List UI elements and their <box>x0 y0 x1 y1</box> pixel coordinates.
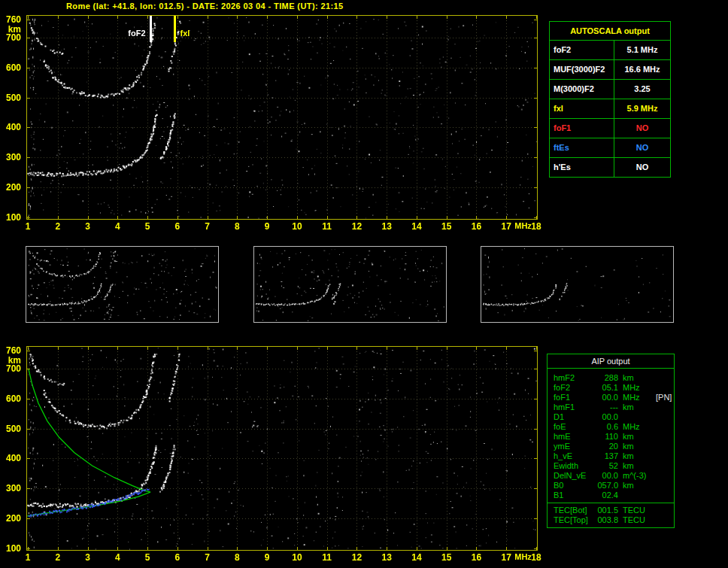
aip-row-yme: ymE20km <box>554 442 674 451</box>
aip-row-unit: km <box>623 451 654 461</box>
autoscala-row-ftes: ftEsNO <box>550 138 670 158</box>
aip-output-title: AIP output <box>548 354 674 369</box>
aip-row-unit: km <box>623 373 654 383</box>
aip-row-value: 057.0 <box>594 481 618 491</box>
thumbnail-evidence-f2-image <box>481 246 674 323</box>
aip-row-unit: MHz <box>623 383 654 393</box>
aip-row-label: D1 <box>554 412 594 422</box>
aip-row-ewidth: Ewidth52km <box>554 461 674 471</box>
aip-row-fof2: foF205.1MHz <box>554 383 674 393</box>
autoscala-app-screen: Rome (lat: +41.8, lon: 012.5) - DATE: 20… <box>0 0 728 568</box>
aip-row-value: 20 <box>594 442 618 451</box>
aip-rows: hmF2288kmfoF205.1MHzfoF100.0MHz[PN]hmF1-… <box>548 369 674 503</box>
aip-row-unit: km <box>623 481 654 491</box>
aip-row-value: --- <box>594 402 618 412</box>
parameter-value: 5.9 MHz <box>614 99 670 118</box>
parameter-label: foF2 <box>550 41 614 59</box>
parameter-value: 3.25 <box>614 80 670 99</box>
aip-row-label: hmF2 <box>554 373 594 383</box>
autoscala-row-fof2: foF25.1 MHz <box>550 41 670 60</box>
aip-row-hmf1: hmF1---km <box>554 402 674 412</box>
aip-row-value: 288 <box>594 373 618 383</box>
autoscala-output-title: AUTOSCALA output <box>550 22 670 41</box>
autoscala-row-m3000f2: M(3000)F23.25 <box>550 80 670 99</box>
parameter-value: NO <box>614 158 670 177</box>
aip-row-unit: km <box>623 432 654 442</box>
aip-row-value: 00.0 <box>594 412 618 422</box>
aip-row-label: foE <box>554 422 594 432</box>
aip-row-fof1: foF100.0MHz[PN] <box>554 393 674 402</box>
parameter-value: NO <box>614 119 670 138</box>
autoscala-row-hes: h'EsNO <box>550 158 670 177</box>
aip-row-label: hmF1 <box>554 402 594 412</box>
aip-row-unit: MHz <box>623 422 654 432</box>
aip-row-label: Ewidth <box>554 461 594 471</box>
parameter-value: NO <box>614 138 670 157</box>
aip-row-label: TEC[Bot] <box>554 506 594 515</box>
aip-tec-rows: TEC[Bot]001.5TECUTEC[Top]003.8TECU <box>548 503 674 527</box>
aip-row-d1: D100.0 <box>554 412 674 422</box>
aip-row-value: 003.8 <box>594 515 618 525</box>
profile-ionogram-chart <box>0 340 545 568</box>
parameter-label: h'Es <box>550 158 614 177</box>
station-date-title: Rome (lat: +41.8, lon: 012.5) - DATE: 20… <box>66 2 344 11</box>
aip-row-label: ymE <box>554 442 594 451</box>
aip-output-panel: AIP output hmF2288kmfoF205.1MHzfoF100.0M… <box>547 354 675 528</box>
parameter-label: foF1 <box>550 119 614 138</box>
parameter-value: 5.1 MHz <box>614 41 670 59</box>
aip-row-unit: km <box>623 402 654 412</box>
aip-row-unit <box>623 491 654 500</box>
thumbnail-eliminate-reflections-image <box>253 246 447 323</box>
aip-row-delnve: DelN_vE00.0m^(-3) <box>554 471 674 481</box>
aip-row-unit: m^(-3) <box>623 471 654 481</box>
aip-row-label: foF1 <box>554 393 594 402</box>
aip-row-unit: TECU <box>623 515 654 525</box>
aip-row-b0: B0057.0km <box>554 481 674 491</box>
autoscala-rows: foF25.1 MHzMUF(3000)F216.6 MHzM(3000)F23… <box>550 41 670 177</box>
aip-row-value: 05.1 <box>594 383 618 393</box>
parameter-label: M(3000)F2 <box>550 80 614 99</box>
aip-row-tecbot: TEC[Bot]001.5TECU <box>554 506 674 515</box>
aip-row-value: 00.0 <box>594 471 618 481</box>
aip-row-value: 110 <box>594 432 618 442</box>
aip-row-value: 02.4 <box>594 491 618 500</box>
aip-row-label: DelN_vE <box>554 471 594 481</box>
parameter-label: ftEs <box>550 138 614 157</box>
thumbnail-evidence-f2: evidence F2 trace <box>481 246 674 258</box>
aip-row-label: B0 <box>554 481 594 491</box>
aip-row-value: 00.0 <box>594 393 618 402</box>
thumbnail-eliminate-reflections: eliminate multiple reflections <box>253 246 447 258</box>
aip-row-label: h_vE <box>554 451 594 461</box>
aip-row-foe: foE0.6MHz <box>554 422 674 432</box>
aip-row-label: TEC[Top] <box>554 515 594 525</box>
aip-row-note: [PN] <box>656 393 672 402</box>
parameter-label: MUF(3000)F2 <box>550 60 614 79</box>
thumbnail-original-ionogram: original ionogram resized <box>26 246 219 258</box>
aip-row-hmf2: hmF2288km <box>554 373 674 383</box>
parameter-value: 16.6 MHz <box>614 60 670 79</box>
main-ionogram-chart <box>0 11 545 236</box>
aip-row-hve: h_vE137km <box>554 451 674 461</box>
aip-row-value: 0.6 <box>594 422 618 432</box>
aip-row-tectop: TEC[Top]003.8TECU <box>554 515 674 525</box>
aip-row-label: B1 <box>554 491 594 500</box>
aip-row-value: 137 <box>594 451 618 461</box>
autoscala-row-fxl: fxl5.9 MHz <box>550 99 670 119</box>
aip-row-unit: MHz <box>623 393 654 402</box>
autoscala-output-panel: AUTOSCALA output foF25.1 MHzMUF(3000)F21… <box>549 21 671 178</box>
autoscala-row-muf3000f2: MUF(3000)F216.6 MHz <box>550 60 670 80</box>
parameter-label: fxl <box>550 99 614 118</box>
aip-row-unit <box>623 412 654 422</box>
aip-row-label: foF2 <box>554 383 594 393</box>
aip-row-value: 52 <box>594 461 618 471</box>
aip-row-unit: km <box>623 442 654 451</box>
thumbnail-original-ionogram-image <box>26 246 219 323</box>
aip-row-label: hmE <box>554 432 594 442</box>
aip-row-unit: km <box>623 461 654 471</box>
aip-row-unit: TECU <box>623 506 654 515</box>
autoscala-row-fof1: foF1NO <box>550 119 670 138</box>
aip-row-b1: B102.4 <box>554 491 674 500</box>
aip-row-value: 001.5 <box>594 506 618 515</box>
aip-row-hme: hmE110km <box>554 432 674 442</box>
